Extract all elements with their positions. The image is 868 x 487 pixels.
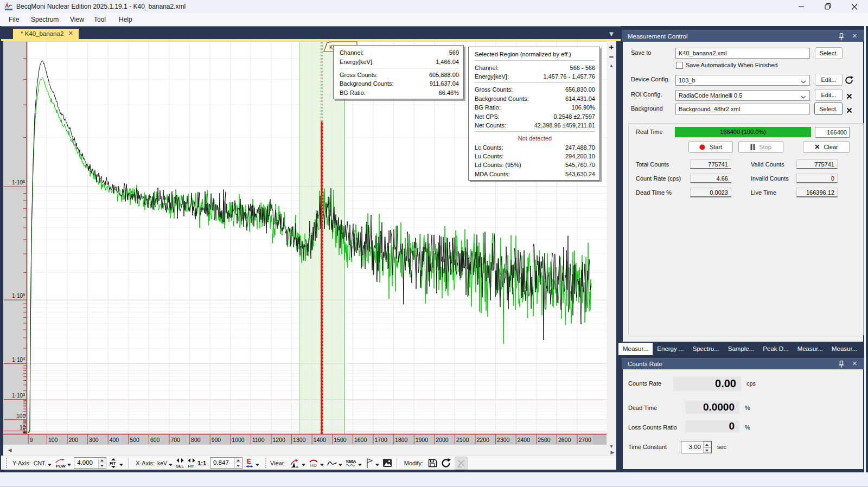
svg-text:700: 700 — [171, 437, 181, 443]
svg-text:9: 9 — [30, 437, 33, 443]
svg-text:FIT: FIT — [110, 461, 116, 466]
svg-text:100: 100 — [48, 437, 58, 443]
svg-text:500: 500 — [130, 437, 139, 443]
svg-text:300: 300 — [89, 437, 99, 443]
svg-text:1700: 1700 — [375, 437, 388, 443]
svg-text:POW: POW — [56, 464, 66, 469]
svg-text:2100: 2100 — [456, 437, 469, 443]
svg-text:1200: 1200 — [273, 437, 286, 443]
svg-text:2200: 2200 — [477, 437, 490, 443]
svg-text:600: 600 — [150, 437, 160, 443]
svg-text:1000: 1000 — [232, 437, 245, 443]
svg-text:1400: 1400 — [314, 437, 327, 443]
svg-text:1300: 1300 — [293, 437, 306, 443]
svg-text:900: 900 — [212, 437, 221, 443]
svg-text:SEL: SEL — [176, 464, 184, 469]
svg-text:400: 400 — [110, 437, 119, 443]
svg-text:2000: 2000 — [436, 437, 449, 443]
svg-text:FIT: FIT — [188, 464, 195, 469]
svg-text:1900: 1900 — [416, 437, 429, 443]
svg-text:1800: 1800 — [395, 437, 408, 443]
svg-text:2300: 2300 — [497, 437, 510, 443]
svg-text:800: 800 — [191, 437, 201, 443]
svg-text:2600: 2600 — [558, 437, 571, 443]
svg-text:1100: 1100 — [252, 437, 265, 443]
svg-text:E: E — [247, 458, 251, 465]
svg-text:SMA: SMA — [346, 459, 356, 464]
svg-text:1: 1 — [22, 428, 25, 434]
svg-text:200: 200 — [69, 437, 79, 443]
svg-text:HD: HD — [310, 463, 316, 468]
svg-text:2400: 2400 — [518, 437, 531, 443]
svg-text:2500: 2500 — [538, 437, 551, 443]
svg-text:2700: 2700 — [579, 437, 592, 443]
svg-text:1600: 1600 — [354, 437, 367, 443]
svg-text:100: 100 — [16, 413, 25, 419]
svg-text:1500: 1500 — [334, 437, 347, 443]
